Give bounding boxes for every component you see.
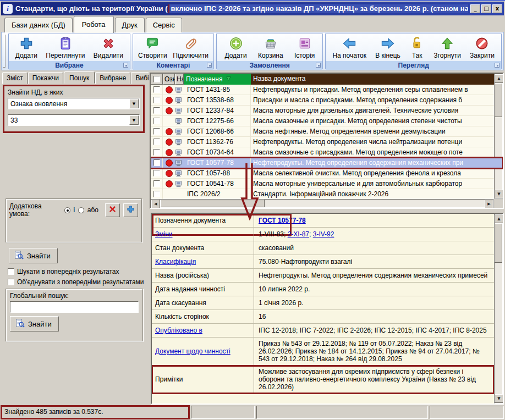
scrollbar-thumb[interactable] xyxy=(495,223,502,263)
search-previous-checkbox[interactable] xyxy=(8,268,14,275)
table-row[interactable]: ГОСТ 1431-85Нефтепродукты и присадки. Ме… xyxy=(151,85,503,95)
toolbar-button[interactable]: В кінець xyxy=(373,35,403,60)
sidebar-tab[interactable]: Покажчи xyxy=(28,72,63,84)
table-row[interactable]: ІПС 2026/2Стандарти. Інформаційний покаж… xyxy=(151,189,503,200)
toolbar-button[interactable]: Згорнути xyxy=(431,35,463,60)
row-checkbox[interactable] xyxy=(153,139,160,145)
sidebar-tab[interactable]: Вибране xyxy=(95,72,130,84)
add-condition-button[interactable] xyxy=(123,203,138,217)
table-vertical-scrollbar[interactable]: ▲ ▼ xyxy=(494,74,503,199)
column-header-doc-name[interactable]: Назва документа xyxy=(251,74,503,85)
chevron-down-icon[interactable]: ▼ xyxy=(129,99,139,108)
row-checkbox[interactable] xyxy=(153,107,160,114)
global-search-input[interactable] xyxy=(10,301,139,313)
row-checkbox[interactable] xyxy=(153,191,160,197)
toolbar-button[interactable]: Додати xyxy=(13,35,40,60)
close-button[interactable]: x xyxy=(492,4,502,13)
toolbar-button[interactable]: Так xyxy=(407,35,427,60)
merge-previous-checkbox[interactable] xyxy=(8,279,14,285)
column-header-mark[interactable]: Озн xyxy=(163,74,175,85)
chevron-down-icon[interactable]: ▼ xyxy=(129,115,139,125)
group-dialog-launcher-icon[interactable] xyxy=(207,63,212,68)
group-dialog-launcher-icon[interactable] xyxy=(495,63,499,68)
toolbar-button[interactable]: Історія xyxy=(292,35,317,60)
table-row[interactable]: ГОСТ 10577-78Нефтепродукты. Метод опреде… xyxy=(151,158,503,168)
toolbar-button[interactable]: Корзина xyxy=(256,35,286,60)
table-row[interactable]: ГОСТ 10734-64Масла смазочные с присадкам… xyxy=(151,147,503,158)
doc-designation: ГОСТ 1057-88 xyxy=(184,168,251,178)
update-mark-icon xyxy=(166,86,173,93)
radio-or-label: або xyxy=(87,206,98,214)
scrollbar-thumb[interactable] xyxy=(495,83,502,117)
minimize-button[interactable]: _ xyxy=(470,4,480,13)
table-row[interactable]: ГОСТ 12337-84Масла моторные для дизельны… xyxy=(151,106,503,116)
group-dialog-launcher-icon[interactable] xyxy=(316,63,321,68)
detail-value-link[interactable]: ГОСТ 10577-78 xyxy=(259,217,306,224)
row-checkbox[interactable] xyxy=(153,118,160,124)
group-dialog-launcher-icon[interactable] xyxy=(123,63,128,68)
scroll-down-icon[interactable]: ▼ xyxy=(495,190,503,198)
detail-value-link[interactable]: 3-IV-92 xyxy=(313,230,334,238)
detail-label-link[interactable]: Зміни xyxy=(155,230,173,238)
select-all-checkbox[interactable] xyxy=(153,76,160,82)
toolbar-button[interactable]: На початок xyxy=(330,35,369,60)
detail-row: Кількість сторінок16 xyxy=(152,310,494,324)
table-row[interactable]: ГОСТ 12068-66Масла нефтяные. Метод опред… xyxy=(151,126,503,137)
maximize-button[interactable]: □ xyxy=(481,4,491,13)
search-value-combobox[interactable]: 33 ▼ xyxy=(8,114,140,126)
global-search-group: Глобальний пошук: Знайти xyxy=(6,289,143,341)
detail-label-link[interactable]: Опубліковано в xyxy=(155,327,202,334)
table-row[interactable]: ГОСТ 11362-76Нефтепродукты. Метод опреде… xyxy=(151,137,503,147)
detail-label-link[interactable]: Класифікація xyxy=(155,258,196,266)
menu-tab[interactable]: Робота xyxy=(74,16,114,33)
column-header-doc[interactable]: Наз xyxy=(175,74,184,85)
detail-value: 1-VIII-83; 2-XI-87; 3-IV-92 xyxy=(254,228,494,241)
row-checkbox[interactable] xyxy=(153,149,160,156)
table-row[interactable]: ГОСТ 1057-88Масла селективной очистки. М… xyxy=(151,168,503,179)
row-checkbox[interactable] xyxy=(153,97,160,103)
row-checkbox[interactable] xyxy=(153,180,160,187)
global-find-button[interactable]: Знайти xyxy=(10,316,59,331)
select-all-header[interactable] xyxy=(151,74,163,85)
row-checkbox[interactable] xyxy=(153,159,160,166)
detail-value-link[interactable]: 2-XI-87 xyxy=(288,230,309,238)
sidebar-tab[interactable]: Пошук xyxy=(64,71,95,84)
radio-and[interactable] xyxy=(64,207,70,213)
table-row[interactable]: ГОСТ 13538-68Присадки и масла с присадка… xyxy=(151,95,503,106)
radio-or[interactable] xyxy=(78,207,84,213)
scroll-up-icon[interactable]: ▲ xyxy=(495,214,503,223)
details-vertical-scrollbar[interactable]: ▲ ▼ xyxy=(494,214,503,404)
scroll-left-icon[interactable]: ◀ xyxy=(151,200,160,208)
menu-tab[interactable]: Сервіс xyxy=(146,18,182,32)
toolbar-button[interactable]: Додати xyxy=(222,35,249,60)
sidebar-tab[interactable]: Зміст xyxy=(2,72,28,84)
scroll-up-icon[interactable]: ▲ xyxy=(495,74,503,83)
scrollbar-thumb[interactable] xyxy=(160,200,265,207)
table-horizontal-scrollbar[interactable]: ◀ ▶ xyxy=(151,199,494,208)
table-row[interactable]: ГОСТ 12275-66Масла смазочные и присадки.… xyxy=(151,116,503,126)
row-checkbox[interactable] xyxy=(153,86,160,93)
scroll-down-icon[interactable]: ▼ xyxy=(495,394,503,403)
update-mark-icon xyxy=(166,170,173,177)
detail-row: Класифікація75.080-Нафтопродукти взагалі xyxy=(152,255,494,269)
toolbar-button[interactable]: Видалити xyxy=(91,35,125,60)
detail-value: Можливе застосування для окремих підприє… xyxy=(254,366,494,393)
row-checkbox[interactable] xyxy=(153,170,160,176)
remove-condition-button[interactable] xyxy=(105,203,120,217)
detail-value: скасований xyxy=(254,241,494,255)
scroll-right-icon[interactable]: ▶ xyxy=(485,200,493,208)
table-row[interactable]: ГОСТ 10541-78Масла моторные универсальны… xyxy=(151,179,503,189)
toolbar-button[interactable]: Переглянути xyxy=(43,35,87,60)
menu-tab[interactable]: Бази даних (БД) xyxy=(4,18,73,32)
toolbar-button[interactable]: Закрити xyxy=(468,35,497,60)
toolbar-button[interactable]: Підключити xyxy=(171,35,211,60)
find-button[interactable]: Знайти xyxy=(9,248,58,263)
row-checkbox[interactable] xyxy=(153,128,160,135)
toolbar-button[interactable]: Створити xyxy=(136,35,169,60)
doc-find-icon xyxy=(15,318,25,330)
search-field-combobox[interactable]: Ознака оновлення ▼ xyxy=(8,98,140,109)
menu-tab[interactable]: Друк xyxy=(115,18,145,32)
column-header-designation[interactable]: Позначення xyxy=(184,74,251,85)
detail-label-link[interactable]: Документ щодо чинності xyxy=(155,347,230,355)
sidebar-tab[interactable]: Вибірка xyxy=(131,72,149,84)
